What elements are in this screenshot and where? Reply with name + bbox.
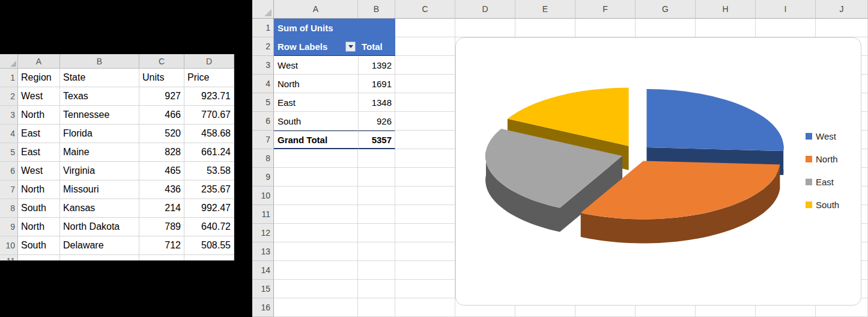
cell-A4[interactable]: East (18, 125, 60, 143)
row-number-2[interactable]: 2 (0, 87, 18, 106)
cell-E1[interactable] (515, 19, 575, 37)
row-number-14[interactable]: 14 (252, 261, 274, 280)
cell-B13[interactable] (358, 242, 395, 261)
select-all-corner[interactable] (252, 0, 274, 19)
pivot-row-label[interactable]: South (274, 112, 358, 131)
row-number-4[interactable]: 4 (0, 125, 18, 143)
cell-D7[interactable]: 235.67 (184, 180, 234, 199)
cell-D9[interactable]: 640.72 (184, 218, 234, 236)
cell-C2[interactable]: 927 (139, 87, 184, 106)
cell-C1[interactable] (395, 19, 455, 37)
grand-total-value[interactable]: 5357 (358, 131, 395, 149)
cell-B3[interactable]: Tennessee (60, 106, 139, 125)
pivot-row-value[interactable]: 1691 (358, 75, 395, 93)
cell-A7[interactable]: North (18, 180, 60, 199)
cell-C12[interactable] (395, 224, 455, 242)
cell-C9[interactable]: 789 (139, 218, 184, 236)
cell-D4[interactable]: 458.68 (184, 125, 234, 143)
cell-C6[interactable] (395, 112, 455, 131)
legend-item[interactable]: West (806, 129, 839, 143)
column-header-C[interactable]: C (395, 0, 455, 19)
cell-B16[interactable] (358, 298, 395, 317)
cell-C2[interactable] (395, 37, 455, 56)
row-number-5[interactable]: 5 (252, 93, 274, 112)
row-labels-header-cell[interactable]: Row Labels (274, 37, 358, 56)
row-number-7[interactable]: 7 (0, 180, 18, 199)
cell-A15[interactable] (274, 280, 358, 298)
cell-C5[interactable] (395, 93, 455, 112)
row-number-6[interactable]: 6 (252, 112, 274, 131)
cell-G1[interactable] (636, 19, 696, 37)
cell-D8[interactable]: 992.47 (184, 199, 234, 218)
cell-B5[interactable]: Maine (60, 143, 139, 162)
column-header-A[interactable]: A (274, 0, 358, 19)
column-header-J[interactable]: J (816, 0, 868, 19)
cell-A8[interactable]: South (18, 199, 60, 218)
column-header-D[interactable]: D (455, 0, 515, 19)
pivot-row-label[interactable]: East (274, 93, 358, 112)
legend-item[interactable]: South (806, 198, 839, 212)
pivot-row-value[interactable]: 1392 (358, 56, 395, 75)
row-number-4[interactable]: 4 (252, 75, 274, 93)
legend-item[interactable]: North (806, 152, 839, 166)
column-header-B[interactable]: B (358, 0, 395, 19)
column-header-A[interactable]: A (18, 54, 60, 69)
cell-B4[interactable]: Florida (60, 125, 139, 143)
cell-D6[interactable]: 53.58 (184, 162, 234, 180)
row-labels-filter-dropdown[interactable] (345, 42, 356, 52)
cell-A14[interactable] (274, 261, 358, 280)
cell-C15[interactable] (395, 280, 455, 298)
cell-B1[interactable]: State (60, 69, 139, 87)
row-number-8[interactable]: 8 (252, 149, 274, 168)
cell-B10[interactable]: Delaware (60, 236, 139, 255)
column-header-G[interactable]: G (636, 0, 696, 19)
cell-D3[interactable]: 770.67 (184, 106, 234, 125)
row-number-8[interactable]: 8 (0, 199, 18, 218)
cell-B12[interactable] (358, 224, 395, 242)
cell-B9[interactable] (358, 168, 395, 186)
row-number-10[interactable]: 10 (0, 236, 18, 255)
row-number-13[interactable]: 13 (252, 242, 274, 261)
cell-A11[interactable] (18, 255, 60, 260)
cell-A2[interactable]: West (18, 87, 60, 106)
cell-B11[interactable] (60, 255, 139, 260)
pivot-row-label[interactable]: West (274, 56, 358, 75)
select-all-corner[interactable] (0, 54, 18, 69)
row-number-3[interactable]: 3 (252, 56, 274, 75)
column-header-B[interactable]: B (60, 54, 139, 69)
pivot-row-label[interactable]: North (274, 75, 358, 93)
row-number-1[interactable]: 1 (0, 69, 18, 87)
cell-C8[interactable]: 214 (139, 199, 184, 218)
cell-B9[interactable]: North Dakota (60, 218, 139, 236)
row-number-11[interactable]: 11 (0, 255, 18, 260)
cell-B8[interactable]: Kansas (60, 199, 139, 218)
cell-C4[interactable]: 520 (139, 125, 184, 143)
column-header-F[interactable]: F (575, 0, 636, 19)
cell-B10[interactable] (358, 186, 395, 205)
pivot-title-cell[interactable]: Sum of Units (274, 19, 395, 37)
cell-D10[interactable]: 508.55 (184, 236, 234, 255)
cell-C11[interactable] (139, 255, 184, 260)
cell-A6[interactable]: West (18, 162, 60, 180)
column-header-E[interactable]: E (515, 0, 575, 19)
cell-A10[interactable] (274, 186, 358, 205)
cell-B15[interactable] (358, 280, 395, 298)
row-number-10[interactable]: 10 (252, 186, 274, 205)
cell-A3[interactable]: North (18, 106, 60, 125)
cell-F1[interactable] (575, 19, 636, 37)
cell-C13[interactable] (395, 242, 455, 261)
pivot-row-value[interactable]: 1348 (358, 93, 395, 112)
cell-D11[interactable] (184, 255, 234, 260)
cell-A10[interactable]: South (18, 236, 60, 255)
cell-B11[interactable] (358, 205, 395, 224)
cell-A12[interactable] (274, 224, 358, 242)
row-number-6[interactable]: 6 (0, 162, 18, 180)
row-number-7[interactable]: 7 (252, 131, 274, 149)
cell-C4[interactable] (395, 75, 455, 93)
cell-C10[interactable]: 712 (139, 236, 184, 255)
cell-H1[interactable] (696, 19, 756, 37)
cell-B7[interactable]: Missouri (60, 180, 139, 199)
row-number-15[interactable]: 15 (252, 280, 274, 298)
cell-A11[interactable] (274, 205, 358, 224)
row-number-5[interactable]: 5 (0, 143, 18, 162)
